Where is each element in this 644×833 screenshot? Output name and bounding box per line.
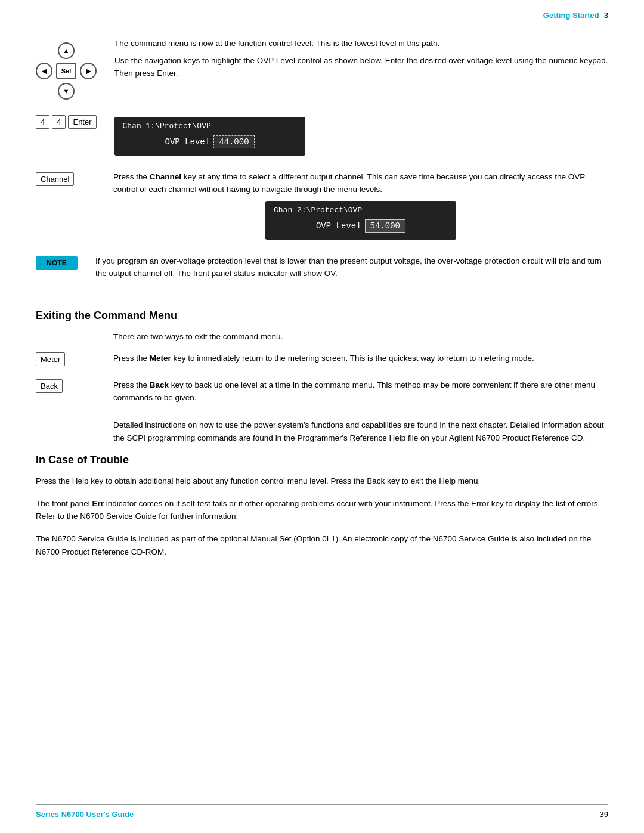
right-arrow-key: ▶ [80, 63, 97, 79]
back-description: Press the Back key to back up one level … [113, 379, 608, 404]
exiting-section: Exiting the Command Menu There are two w… [36, 309, 608, 445]
meter-key-diagram: Meter [36, 354, 95, 364]
note-section: NOTE If you program an over-voltage prot… [36, 255, 608, 280]
nav-keys-diagram: ▲ ◀ Sel ▶ ▼ [36, 41, 97, 101]
key-enter-diagram: 4 4 Enter [36, 115, 97, 129]
back-key-diagram: Back [36, 381, 95, 391]
trouble-heading: In Case of Trouble [36, 454, 608, 466]
channel-text: Press the Channel key at any time to sel… [113, 171, 608, 196]
exiting-para: Detailed instructions on how to use the … [36, 419, 608, 444]
key-4a: 4 [36, 115, 49, 129]
down-arrow-key: ▼ [58, 83, 75, 100]
screen1-title: Chan 1:\Protect\OVP [123, 122, 297, 131]
screen2-field-label: OVP Level [316, 221, 361, 231]
trouble-section: In Case of Trouble Press the Help key to… [36, 454, 608, 558]
trouble-para2: The front panel Err indicator comes on i… [36, 497, 608, 523]
note-text: If you program an over-voltage protectio… [95, 255, 608, 280]
screen1-field-value: 44.000 [213, 135, 254, 148]
channel-text-block: Press the Channel key at any time to sel… [113, 171, 608, 244]
screen2-display: Chan 2:\Protect\OVP OVP Level 54.000 [265, 201, 456, 240]
nav-text-block: The command menu is now at the function … [114, 38, 608, 85]
nav-text-2: Use the navigation keys to highlight the… [114, 55, 608, 80]
channel-key: Channel [36, 172, 74, 186]
sel-key: Sel [56, 63, 76, 79]
screen1-display: Chan 1:\Protect\OVP OVP Level 44.000 [114, 117, 305, 156]
channel-section: Channel Press the Channel key at any tim… [36, 171, 608, 244]
trouble-para1: Press the Help key to obtain additional … [36, 475, 608, 488]
screen1-field-label: OVP Level [165, 137, 210, 147]
left-arrow-key: ◀ [36, 63, 52, 79]
meter-description: Press the Meter key to immediately retur… [113, 352, 608, 365]
divider [36, 295, 608, 295]
nav-keys-section: ▲ ◀ Sel ▶ ▼ The command menu is now at t… [36, 38, 608, 101]
footer-right: 39 [600, 810, 608, 819]
screen1-container: Chan 1:\Protect\OVP OVP Level 44.000 [114, 112, 305, 160]
back-text-block: Press the Back key to back up one level … [113, 379, 608, 408]
key-4b: 4 [52, 115, 66, 129]
back-row: Back Press the Back key to back up one l… [36, 379, 608, 408]
page-header: Getting Started 3 [0, 0, 644, 26]
exiting-heading: Exiting the Command Menu [36, 309, 608, 322]
meter-key: Meter [36, 352, 65, 366]
channel-key-diagram: Channel [36, 174, 95, 184]
meter-row: Meter Press the Meter key to immediately… [36, 352, 608, 368]
note-badge: NOTE [36, 256, 78, 270]
screen2-title: Chan 2:\Protect\OVP [274, 206, 448, 215]
header-page-number: 3 [604, 11, 608, 20]
key-enter-section: 4 4 Enter Chan 1:\Protect\OVP OVP Level … [36, 112, 608, 160]
exiting-intro: There are two ways to exit the command m… [36, 330, 608, 343]
header-title: Getting Started [543, 11, 599, 20]
meter-text-block: Press the Meter key to immediately retur… [113, 352, 608, 368]
main-content: ▲ ◀ Sel ▶ ▼ The command menu is now at t… [0, 26, 644, 603]
nav-text-1: The command menu is now at the function … [114, 38, 608, 50]
screen2-field: OVP Level 54.000 [274, 219, 448, 233]
key-enter: Enter [68, 115, 96, 129]
up-arrow-key: ▲ [58, 42, 75, 59]
trouble-para3: The N6700 Service Guide is included as p… [36, 532, 608, 558]
footer-left: Series N6700 User's Guide [36, 810, 134, 819]
screen1-field: OVP Level 44.000 [123, 135, 297, 148]
back-key: Back [36, 379, 63, 393]
page-footer: Series N6700 User's Guide 39 [36, 804, 608, 819]
screen2-field-value: 54.000 [365, 219, 405, 233]
